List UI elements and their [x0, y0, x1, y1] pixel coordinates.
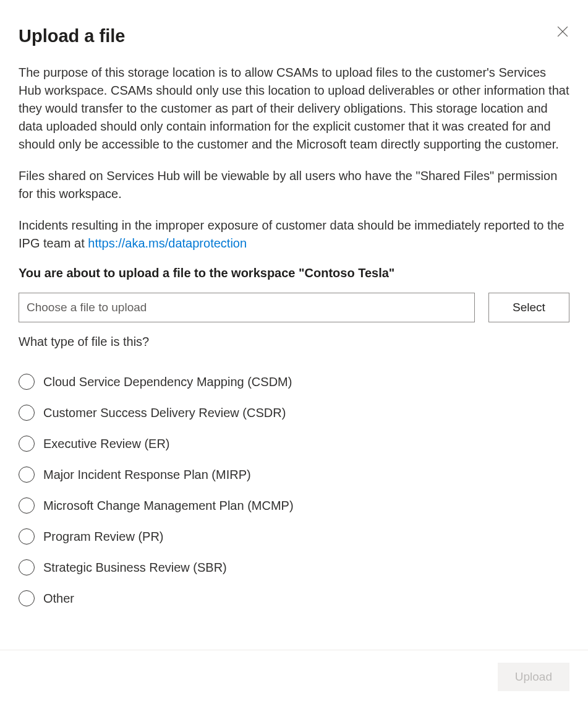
radio-label: Cloud Service Dependency Mapping (CSDM): [43, 375, 292, 389]
radio-icon: [19, 405, 35, 421]
file-type-option-er[interactable]: Executive Review (ER): [19, 436, 569, 452]
file-type-option-other[interactable]: Other: [19, 590, 569, 606]
close-icon: [557, 26, 568, 37]
select-file-button[interactable]: Select: [488, 293, 569, 322]
radio-icon: [19, 436, 35, 452]
file-type-option-mirp[interactable]: Major Incident Response Plan (MIRP): [19, 467, 569, 483]
radio-label: Strategic Business Review (SBR): [43, 561, 227, 575]
file-path-input[interactable]: [19, 293, 475, 322]
radio-icon: [19, 467, 35, 483]
radio-label: Executive Review (ER): [43, 437, 170, 451]
radio-label: Program Review (PR): [43, 530, 163, 544]
radio-label: Microsoft Change Management Plan (MCMP): [43, 499, 294, 513]
radio-icon: [19, 497, 35, 514]
file-type-option-pr[interactable]: Program Review (PR): [19, 528, 569, 545]
description-paragraph-2: Files shared on Services Hub will be vie…: [19, 167, 569, 203]
radio-icon: [19, 374, 35, 390]
close-button[interactable]: [556, 25, 569, 38]
file-type-option-mcmp[interactable]: Microsoft Change Management Plan (MCMP): [19, 497, 569, 514]
radio-icon: [19, 559, 35, 575]
file-select-row: Select: [19, 293, 569, 322]
file-type-option-csdr[interactable]: Customer Success Delivery Review (CSDR): [19, 405, 569, 421]
radio-icon: [19, 528, 35, 545]
dialog-footer: Upload: [0, 650, 588, 706]
file-type-radio-group: Cloud Service Dependency Mapping (CSDM) …: [19, 374, 569, 606]
upload-button[interactable]: Upload: [498, 663, 569, 691]
radio-label: Major Incident Response Plan (MIRP): [43, 468, 251, 482]
radio-icon: [19, 590, 35, 606]
file-type-option-sbr[interactable]: Strategic Business Review (SBR): [19, 559, 569, 575]
dialog-title: Upload a file: [19, 26, 569, 46]
description-paragraph-1: The purpose of this storage location is …: [19, 64, 569, 153]
upload-file-dialog: Upload a file The purpose of this storag…: [0, 0, 588, 606]
data-protection-link[interactable]: https://aka.ms/dataprotection: [88, 236, 247, 250]
radio-label: Other: [43, 592, 74, 606]
workspace-heading: You are about to upload a file to the wo…: [19, 266, 569, 280]
radio-label: Customer Success Delivery Review (CSDR): [43, 406, 286, 420]
description-paragraph-3: Incidents resulting in the improper expo…: [19, 217, 569, 252]
file-type-option-csdm[interactable]: Cloud Service Dependency Mapping (CSDM): [19, 374, 569, 390]
file-type-question: What type of file is this?: [19, 335, 569, 349]
